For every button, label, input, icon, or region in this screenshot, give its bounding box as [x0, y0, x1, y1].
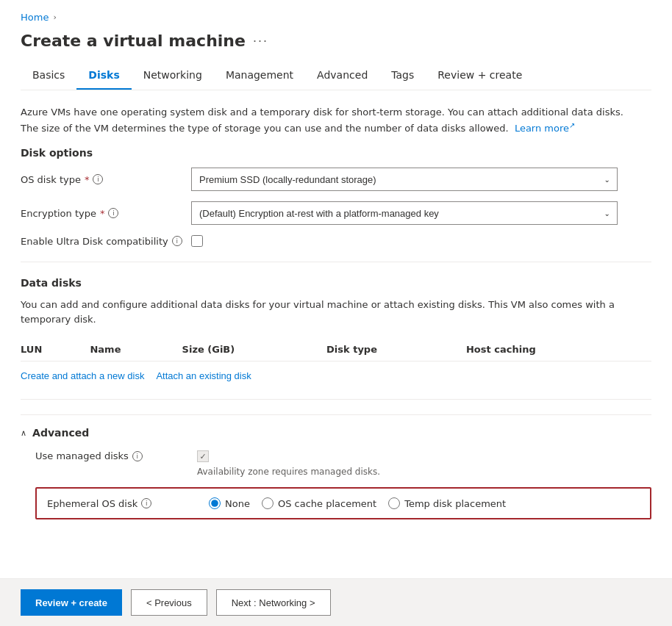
encryption-info-icon[interactable]: i — [108, 208, 118, 218]
os-disk-type-select[interactable]: Premium SSD (locally-redundant storage) … — [191, 168, 618, 191]
ephemeral-radio-group: None OS cache placement Temp disk placem… — [209, 497, 506, 509]
managed-disk-row: Use managed disks i ✓ Availability zone … — [21, 450, 651, 477]
tab-management[interactable]: Management — [214, 62, 305, 90]
review-create-button[interactable]: Review + create — [21, 589, 122, 616]
advanced-section: ∧ Advanced Use managed disks i ✓ Availab… — [21, 414, 651, 519]
tab-disks[interactable]: Disks — [76, 62, 131, 90]
ephemeral-os-cache-option[interactable]: OS cache placement — [262, 497, 376, 509]
ephemeral-info-icon[interactable]: i — [141, 498, 151, 508]
ephemeral-none-option[interactable]: None — [209, 497, 250, 509]
data-disks-title: Data disks — [21, 277, 651, 289]
col-size: Size (GiB) — [182, 338, 326, 361]
page-title: Create a virtual machine — [21, 32, 246, 50]
ephemeral-none-radio[interactable] — [209, 497, 221, 509]
footer-bar: Review + create < Previous Next : Networ… — [0, 578, 672, 626]
ephemeral-os-label: Ephemeral OS disk i — [47, 498, 209, 509]
ultra-disk-row: Enable Ultra Disk compatibility i — [21, 235, 651, 247]
disk-actions: Create and attach a new disk Attach an e… — [21, 370, 651, 381]
learn-more-link[interactable]: Learn more↗ — [515, 123, 576, 134]
tab-bar: Basics Disks Networking Management Advan… — [21, 62, 651, 90]
disks-table: LUN Name Size (GiB) Disk type Host cachi… — [21, 338, 651, 361]
advanced-collapse-icon: ∧ — [21, 428, 26, 438]
ephemeral-os-disk-row: Ephemeral OS disk i None OS cache placem… — [35, 487, 651, 519]
ultra-disk-label: Enable Ultra Disk compatibility i — [21, 236, 182, 247]
breadcrumb: Home › — [21, 12, 651, 23]
col-host-caching: Host caching — [466, 338, 651, 361]
advanced-section-header[interactable]: ∧ Advanced — [21, 427, 651, 439]
next-networking-button[interactable]: Next : Networking > — [216, 589, 331, 616]
tab-tags[interactable]: Tags — [379, 62, 426, 90]
encryption-type-row: Encryption type * i (Default) Encryption… — [21, 201, 651, 225]
ephemeral-temp-disk-radio[interactable] — [388, 497, 400, 509]
availability-note: Availability zone requires managed disks… — [197, 467, 380, 477]
col-lun: LUN — [21, 338, 90, 361]
managed-disk-label: Use managed disks i — [35, 450, 197, 461]
tab-basics[interactable]: Basics — [21, 62, 76, 90]
tab-review-create[interactable]: Review + create — [426, 62, 534, 90]
col-disk-type: Disk type — [326, 338, 466, 361]
os-disk-type-label: OS disk type * i — [21, 174, 182, 185]
tab-networking[interactable]: Networking — [132, 62, 214, 90]
managed-disk-checkbox-disabled: ✓ — [197, 450, 209, 462]
tab-advanced[interactable]: Advanced — [305, 62, 379, 90]
ultra-disk-checkbox[interactable] — [191, 235, 203, 247]
disk-options-title: Disk options — [21, 147, 651, 159]
previous-button[interactable]: < Previous — [131, 589, 207, 616]
managed-disk-right: ✓ Availability zone requires managed dis… — [197, 450, 380, 477]
col-name: Name — [90, 338, 182, 361]
os-disk-type-row: OS disk type * i Premium SSD (locally-re… — [21, 168, 651, 191]
breadcrumb-home[interactable]: Home — [21, 12, 49, 23]
os-disk-info-icon[interactable]: i — [93, 174, 103, 184]
encryption-required: * — [100, 208, 105, 219]
encryption-type-select-wrapper: (Default) Encryption at-rest with a plat… — [191, 201, 618, 225]
managed-disk-check-icon: ✓ — [199, 452, 206, 461]
encryption-type-select[interactable]: (Default) Encryption at-rest with a plat… — [191, 201, 618, 225]
ephemeral-temp-disk-option[interactable]: Temp disk placement — [388, 497, 506, 509]
create-attach-disk-button[interactable]: Create and attach a new disk — [21, 370, 144, 381]
data-disks-description: You can add and configure additional dat… — [21, 298, 651, 326]
divider-1 — [21, 262, 651, 262]
managed-disk-info-icon[interactable]: i — [132, 451, 143, 461]
external-link-icon: ↗ — [569, 121, 575, 129]
ephemeral-os-cache-radio[interactable] — [262, 497, 274, 509]
os-disk-type-select-wrapper: Premium SSD (locally-redundant storage) … — [191, 168, 618, 191]
divider-2 — [21, 399, 651, 400]
os-disk-required: * — [85, 174, 90, 185]
encryption-type-label: Encryption type * i — [21, 208, 182, 219]
advanced-section-title: Advanced — [32, 427, 89, 439]
disk-description: Azure VMs have one operating system disk… — [21, 105, 651, 135]
attach-existing-disk-button[interactable]: Attach an existing disk — [156, 370, 251, 381]
ellipsis-menu-button[interactable]: ··· — [253, 33, 268, 48]
breadcrumb-chevron: › — [53, 12, 56, 22]
page-title-row: Create a virtual machine ··· — [21, 32, 651, 50]
ultra-disk-info-icon[interactable]: i — [172, 236, 182, 246]
